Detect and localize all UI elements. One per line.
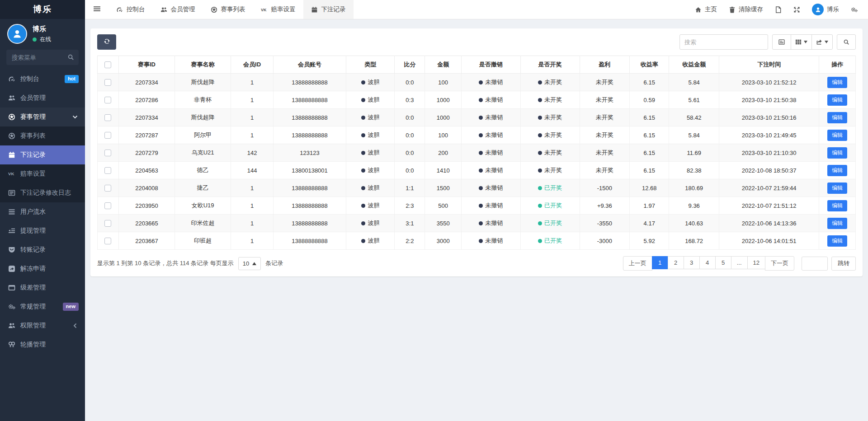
status-dot-icon xyxy=(538,133,542,137)
page-button-12[interactable]: 12 xyxy=(747,256,765,269)
table-cell: 1410 xyxy=(425,162,461,179)
export-button[interactable] xyxy=(811,34,833,50)
table-cell: 编辑 xyxy=(819,197,856,215)
table-cell: 82.38 xyxy=(669,162,719,179)
table-cell: 未开奖 xyxy=(520,162,580,179)
sidebar-item-user-flow[interactable]: 用户流水 xyxy=(0,202,85,221)
edit-button[interactable]: 编辑 xyxy=(827,218,847,229)
page-button-4[interactable]: 4 xyxy=(699,256,716,269)
row-checkbox[interactable] xyxy=(104,114,111,121)
sidebar-toggle-button[interactable] xyxy=(85,0,108,19)
table-cell: 6.15 xyxy=(630,74,669,91)
file-icon xyxy=(775,6,782,13)
edit-button[interactable]: 编辑 xyxy=(827,182,847,194)
edit-button[interactable]: 编辑 xyxy=(827,200,847,211)
page-button-5[interactable]: 5 xyxy=(715,256,731,269)
detail-view-button[interactable] xyxy=(772,34,791,50)
table-cell: 0.59 xyxy=(630,91,669,109)
toolbar-right xyxy=(679,34,856,50)
brand-logo: 博乐 xyxy=(0,0,85,19)
tab-bet-records[interactable]: 下注记录 xyxy=(303,0,354,19)
edit-button[interactable]: 编辑 xyxy=(827,235,847,247)
edit-button[interactable]: 编辑 xyxy=(827,77,847,88)
columns-icon xyxy=(795,39,802,45)
page-button-2[interactable]: 2 xyxy=(668,256,684,269)
tab-match-list[interactable]: 赛事列表 xyxy=(203,0,253,19)
sidebar-item-bet-record-logs[interactable]: 下注记录修改日志 xyxy=(0,183,85,202)
sidebar-item-permissions[interactable]: 权限管理 xyxy=(0,316,85,335)
row-checkbox[interactable] xyxy=(104,220,111,227)
search-button[interactable] xyxy=(837,34,856,50)
sidebar-item-withdraw[interactable]: 提现管理 xyxy=(0,221,85,240)
page-size-select[interactable]: 10 xyxy=(238,257,261,270)
jump-page-input[interactable] xyxy=(802,257,828,271)
sidebar-item-console[interactable]: 控制台hot xyxy=(0,70,85,89)
gears-icon xyxy=(8,303,15,310)
sidebar-item-odds-settings[interactable]: VK赔率设置 xyxy=(0,164,85,183)
avatar xyxy=(812,4,824,15)
table-cell: 2023-03-10 21:52:12 xyxy=(719,74,819,91)
topnav-settings[interactable] xyxy=(845,0,863,19)
topnav-home[interactable]: 主页 xyxy=(689,0,723,19)
topnav-fullscreen[interactable] xyxy=(788,0,806,19)
topnav-clear-cache[interactable]: 清除缓存 xyxy=(723,0,769,19)
table-cell xyxy=(98,162,119,179)
edit-button[interactable]: 编辑 xyxy=(827,165,847,176)
table-search-input[interactable] xyxy=(679,34,768,50)
status-dot-icon xyxy=(479,186,483,190)
table-cell: 波胆 xyxy=(346,215,395,232)
table-cell: 斯伐超降 xyxy=(175,109,231,126)
select-all-checkbox[interactable] xyxy=(104,61,111,68)
edit-button[interactable]: 编辑 xyxy=(827,130,847,141)
refresh-button[interactable] xyxy=(97,34,116,50)
edit-button[interactable]: 编辑 xyxy=(827,112,847,123)
status-dot-icon xyxy=(538,80,542,84)
sidebar-item-bet-records[interactable]: 下注记录 xyxy=(0,145,85,164)
soccer-icon xyxy=(211,6,217,13)
search-icon xyxy=(67,54,74,62)
tab-odds-settings[interactable]: VK赔率设置 xyxy=(253,0,303,19)
row-checkbox[interactable] xyxy=(104,79,111,86)
column-header: 会员账号 xyxy=(274,56,346,74)
row-checkbox[interactable] xyxy=(104,167,111,174)
edit-button[interactable]: 编辑 xyxy=(827,147,847,159)
table-cell: 5.84 xyxy=(669,74,719,91)
jump-button[interactable]: 跳转 xyxy=(831,257,856,271)
topnav-profile[interactable]: 博乐 xyxy=(806,0,845,19)
prev-page-button[interactable]: 上一页 xyxy=(623,256,652,271)
pagination-item: 12 xyxy=(747,256,765,271)
status-text: 波胆 xyxy=(368,184,379,191)
tab-members[interactable]: 会员管理 xyxy=(153,0,203,19)
next-page-button[interactable]: 下一页 xyxy=(765,256,794,271)
table-cell: 2022-10-06 14:01:51 xyxy=(719,232,819,250)
row-checkbox[interactable] xyxy=(104,202,111,209)
topnav-label: 博乐 xyxy=(827,5,839,14)
sidebar-item-unfreeze-requests[interactable]: 解冻申请 xyxy=(0,259,85,278)
status-dot-icon xyxy=(479,116,483,120)
sidebar-item-label: 级差管理 xyxy=(20,284,46,292)
table-cell: 1.97 xyxy=(630,197,669,215)
row-checkbox[interactable] xyxy=(104,132,111,139)
sidebar-item-carousel[interactable]: 轮播管理 xyxy=(0,335,85,354)
row-checkbox[interactable] xyxy=(104,185,111,192)
row-checkbox[interactable] xyxy=(104,238,111,244)
row-checkbox[interactable] xyxy=(104,97,111,103)
tab-console[interactable]: 控制台 xyxy=(108,0,153,19)
page-button-3[interactable]: 3 xyxy=(684,256,700,269)
row-checkbox[interactable] xyxy=(104,150,111,156)
edit-button[interactable]: 编辑 xyxy=(827,94,847,106)
sidebar-item-level-diff[interactable]: 级差管理 xyxy=(0,278,85,297)
menu-search xyxy=(6,50,79,65)
sidebar-item-matches[interactable]: 赛事管理 xyxy=(0,108,85,126)
sidebar-item-transfer-records[interactable]: 转账记录 xyxy=(0,240,85,259)
column-header-checkbox xyxy=(98,56,119,74)
sidebar-item-match-list[interactable]: 赛事列表 xyxy=(0,126,85,145)
withdraw-icon xyxy=(8,227,15,234)
status-text: 未撤销 xyxy=(485,167,503,173)
page-button-1[interactable]: 1 xyxy=(652,256,668,269)
sidebar-item-members[interactable]: 会员管理 xyxy=(0,89,85,108)
status-dot-icon xyxy=(479,151,483,155)
topnav-log[interactable] xyxy=(769,0,788,19)
columns-button[interactable] xyxy=(791,34,812,50)
sidebar-item-general[interactable]: 常规管理new xyxy=(0,297,85,316)
